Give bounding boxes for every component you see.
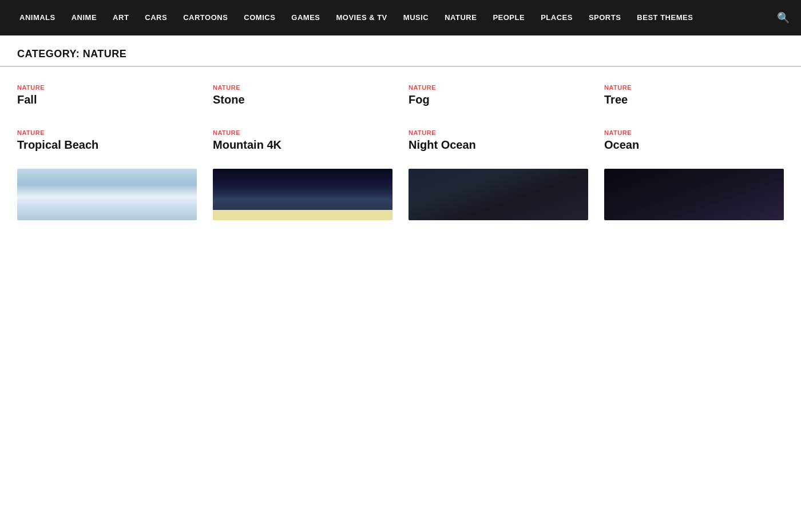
card-night-ocean[interactable]: NATURE Night Ocean [409, 124, 588, 152]
card-fall-category: NATURE [17, 84, 197, 91]
card-tropical-beach[interactable]: NATURE Tropical Beach [17, 124, 197, 152]
nav-link-comics[interactable]: COMICS [236, 0, 283, 35]
card-tropical-beach-title: Tropical Beach [17, 138, 197, 152]
main-nav: ANIMALS ANIME ART CARS CARTOONS COMICS G… [0, 0, 801, 35]
nav-item-sports[interactable]: SPORTS [581, 0, 629, 35]
nav-list: ANIMALS ANIME ART CARS CARTOONS COMICS G… [11, 0, 790, 35]
nav-link-cartoons[interactable]: CARTOONS [175, 0, 236, 35]
nav-item-people[interactable]: PEOPLE [485, 0, 533, 35]
search-icon[interactable]: 🔍 [771, 12, 790, 23]
card-tree-title: Tree [604, 93, 784, 106]
nav-item-cartoons[interactable]: CARTOONS [175, 0, 236, 35]
nav-item-art[interactable]: ART [105, 0, 137, 35]
nav-item-nature[interactable]: NATURE [437, 0, 485, 35]
nav-item-cars[interactable]: CARS [137, 0, 175, 35]
nav-link-nature[interactable]: NATURE [437, 0, 485, 35]
nav-item-places[interactable]: PLACES [533, 0, 581, 35]
nav-link-sports[interactable]: SPORTS [581, 0, 629, 35]
card-mountain-4k[interactable]: NATURE Mountain 4K [213, 124, 392, 152]
card-ocean-title: Ocean [604, 138, 784, 152]
card-tropical-beach-category: NATURE [17, 129, 197, 136]
nav-link-animals[interactable]: ANIMALS [11, 0, 64, 35]
nav-link-art[interactable]: ART [105, 0, 137, 35]
card-fog[interactable]: NATURE Fog [409, 78, 588, 106]
nav-link-games[interactable]: GAMES [283, 0, 328, 35]
card-night-ocean-title: Night Ocean [409, 138, 588, 152]
nav-item-anime[interactable]: ANIME [64, 0, 105, 35]
card-drops-image [409, 169, 588, 220]
card-snow-trees[interactable] [17, 169, 197, 220]
card-space-image [604, 169, 784, 220]
card-moon-mountain[interactable] [213, 169, 392, 220]
card-stone-category: NATURE [213, 84, 392, 91]
nav-item-comics[interactable]: COMICS [236, 0, 283, 35]
nav-link-places[interactable]: PLACES [533, 0, 581, 35]
card-mountain-4k-category: NATURE [213, 129, 392, 136]
nav-link-movies[interactable]: MOVIES & TV [328, 0, 395, 35]
card-stone-title: Stone [213, 93, 392, 106]
nav-item-music[interactable]: MUSIC [395, 0, 437, 35]
page-title-bar: CATEGORY: NATURE [0, 35, 801, 67]
nav-item-animals[interactable]: ANIMALS [11, 0, 64, 35]
card-moon-mountain-image [213, 169, 392, 220]
page-title: CATEGORY: NATURE [17, 48, 784, 60]
card-mountain-4k-title: Mountain 4K [213, 138, 392, 152]
card-tree-category: NATURE [604, 84, 784, 91]
card-fall-title: Fall [17, 93, 197, 106]
nav-item-best-themes[interactable]: BEST THEMES [629, 0, 701, 35]
card-fall[interactable]: NATURE Fall [17, 78, 197, 106]
nav-link-people[interactable]: PEOPLE [485, 0, 533, 35]
card-stone[interactable]: NATURE Stone [213, 78, 392, 106]
card-snow-trees-image [17, 169, 197, 220]
card-ocean[interactable]: NATURE Ocean [604, 124, 784, 152]
card-grid: NATURE Fall NATURE Stone NATURE Fog NATU… [0, 78, 801, 220]
nav-link-anime[interactable]: ANIME [64, 0, 105, 35]
card-fog-category: NATURE [409, 84, 588, 91]
card-drops[interactable] [409, 169, 588, 220]
nav-link-music[interactable]: MUSIC [395, 0, 437, 35]
card-fog-title: Fog [409, 93, 588, 106]
card-space[interactable] [604, 169, 784, 220]
nav-search-wrapper[interactable]: 🔍 [771, 11, 790, 24]
nav-link-best-themes[interactable]: BEST THEMES [629, 0, 701, 35]
nav-item-games[interactable]: GAMES [283, 0, 328, 35]
card-tree[interactable]: NATURE Tree [604, 78, 784, 106]
card-night-ocean-category: NATURE [409, 129, 588, 136]
nav-item-movies[interactable]: MOVIES & TV [328, 0, 395, 35]
nav-link-cars[interactable]: CARS [137, 0, 175, 35]
card-ocean-category: NATURE [604, 129, 784, 136]
